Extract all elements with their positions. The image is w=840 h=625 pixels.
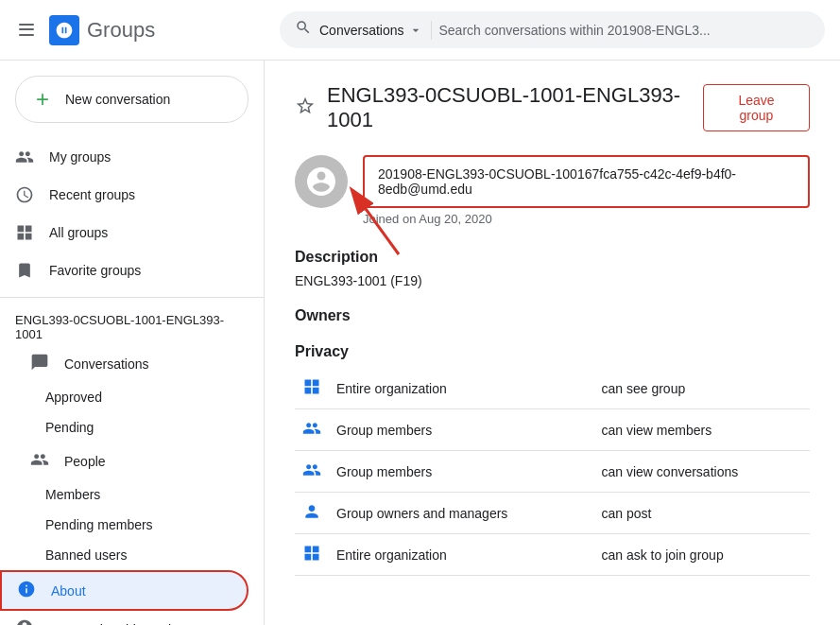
new-conversation-label: New conversation	[65, 92, 170, 107]
sidebar-item-my-membership-settings[interactable]: My membership settings	[0, 611, 249, 625]
star-icon[interactable]	[295, 95, 316, 121]
search-filter-label: Conversations	[319, 23, 404, 38]
join-date: Joined on Aug 20, 2020	[363, 212, 810, 226]
search-divider	[431, 21, 432, 40]
group-info-row: 201908-ENGL393-0CSUOBL-100167fca755-c42c…	[295, 155, 810, 226]
privacy-table-row: Entire organization can see group	[295, 368, 810, 409]
conversations-label: Conversations	[64, 356, 149, 372]
people-nav-icon	[30, 450, 49, 472]
page-header: ENGL393-0CSUOBL-1001-ENGL393-1001 Leave …	[295, 83, 810, 132]
my-groups-label: My groups	[49, 149, 111, 165]
sidebar-item-favorite-groups[interactable]: Favorite groups	[0, 252, 249, 289]
sidebar-item-approved[interactable]: Approved	[0, 382, 249, 412]
banned-users-label: Banned users	[45, 547, 127, 563]
privacy-icon	[295, 451, 329, 493]
sidebar-item-recent-groups[interactable]: Recent groups	[0, 176, 249, 214]
privacy-who: Group members	[329, 451, 593, 493]
group-email-box: 201908-ENGL393-0CSUOBL-100167fca755-c42c…	[363, 155, 810, 208]
clock-icon	[15, 185, 34, 204]
grid-icon	[15, 223, 34, 242]
privacy-who: Entire organization	[329, 534, 593, 576]
privacy-icon	[295, 534, 329, 576]
privacy-icon	[295, 368, 329, 409]
sidebar-item-conversations[interactable]: Conversations	[0, 345, 249, 382]
privacy-table-row: Group members can view members	[295, 409, 810, 451]
menu-button[interactable]	[15, 19, 38, 42]
search-icon	[295, 19, 312, 41]
group-email: 201908-ENGL393-0CSUOBL-100167fca755-c42c…	[378, 166, 736, 197]
info-icon	[17, 580, 36, 601]
privacy-permission: can ask to join group	[593, 534, 810, 576]
privacy-permission: can post	[593, 493, 810, 534]
privacy-who: Group members	[329, 409, 593, 451]
pending-members-label: Pending members	[45, 517, 153, 532]
favorite-groups-label: Favorite groups	[49, 263, 141, 278]
privacy-table-row: Group members can view conversations	[295, 451, 810, 493]
privacy-permission: can see group	[593, 368, 810, 409]
main-layout: New conversation My groups Recent groups…	[0, 61, 840, 625]
conversations-icon	[30, 353, 49, 374]
privacy-table-row: Entire organization can ask to join grou…	[295, 534, 810, 576]
privacy-permission: can view conversations	[593, 451, 810, 493]
sidebar-item-pending[interactable]: Pending	[0, 412, 249, 443]
privacy-icon	[295, 493, 329, 534]
search-filter-select[interactable]: Conversations	[319, 23, 423, 38]
new-conversation-button[interactable]: New conversation	[15, 76, 249, 123]
members-label: Members	[45, 487, 100, 502]
owners-title: Owners	[295, 307, 810, 324]
privacy-table: Entire organization can see group Group …	[295, 368, 810, 576]
content-area: ENGL393-0CSUOBL-1001-ENGL393-1001 Leave …	[265, 61, 840, 625]
sidebar-item-about[interactable]: About	[0, 570, 249, 611]
privacy-permission: can view members	[593, 409, 810, 451]
privacy-table-row: Group owners and managers can post	[295, 493, 810, 534]
people-icon	[15, 148, 34, 166]
privacy-who: Entire organization	[329, 368, 593, 409]
recent-groups-label: Recent groups	[49, 187, 135, 202]
group-info-section: 201908-ENGL393-0CSUOBL-100167fca755-c42c…	[295, 155, 810, 226]
search-bar[interactable]: Conversations Search conversations withi…	[280, 11, 825, 48]
pending-label: Pending	[45, 420, 94, 435]
about-label: About	[51, 583, 86, 599]
approved-label: Approved	[45, 390, 102, 405]
privacy-section: Privacy Entire organization can see grou…	[295, 343, 810, 576]
sidebar-item-all-groups[interactable]: All groups	[0, 214, 249, 252]
groups-logo-icon	[49, 15, 79, 45]
sidebar-item-members[interactable]: Members	[0, 479, 249, 510]
sidebar: New conversation My groups Recent groups…	[0, 61, 265, 625]
logo-text: Groups	[87, 18, 155, 43]
group-email-section: 201908-ENGL393-0CSUOBL-100167fca755-c42c…	[363, 155, 810, 226]
all-groups-label: All groups	[49, 225, 108, 240]
logo-area: Groups	[49, 15, 155, 45]
privacy-title: Privacy	[295, 343, 810, 360]
people-label: People	[64, 454, 106, 469]
group-avatar	[295, 155, 348, 208]
page-title: ENGL393-0CSUOBL-1001-ENGL393-1001	[327, 83, 692, 132]
sidebar-item-people[interactable]: People	[0, 443, 249, 479]
privacy-who: Group owners and managers	[329, 493, 593, 534]
plus-icon	[31, 88, 54, 111]
membership-icon	[15, 618, 34, 625]
topbar-left: Groups	[15, 15, 280, 45]
sidebar-item-banned-users[interactable]: Banned users	[0, 540, 249, 570]
topbar-right: Conversations Search conversations withi…	[280, 11, 825, 48]
bookmark-icon	[15, 261, 34, 280]
current-group-label: ENGL393-0CSUOBL-1001-ENGL393-1001	[0, 297, 264, 345]
description-section: Description ENGL393-1001 (F19)	[295, 249, 810, 288]
owners-section: Owners	[295, 307, 810, 324]
leave-group-button[interactable]: Leave group	[703, 84, 810, 131]
sidebar-item-my-groups[interactable]: My groups	[0, 138, 249, 176]
privacy-icon	[295, 409, 329, 451]
description-value: ENGL393-1001 (F19)	[295, 273, 810, 288]
sidebar-item-pending-members[interactable]: Pending members	[0, 510, 249, 540]
description-title: Description	[295, 249, 810, 266]
my-membership-settings-label: My membership settings	[49, 622, 193, 626]
search-placeholder: Search conversations within 201908-ENGL3…	[439, 23, 811, 38]
topbar: Groups Conversations Search conversation…	[0, 0, 840, 61]
